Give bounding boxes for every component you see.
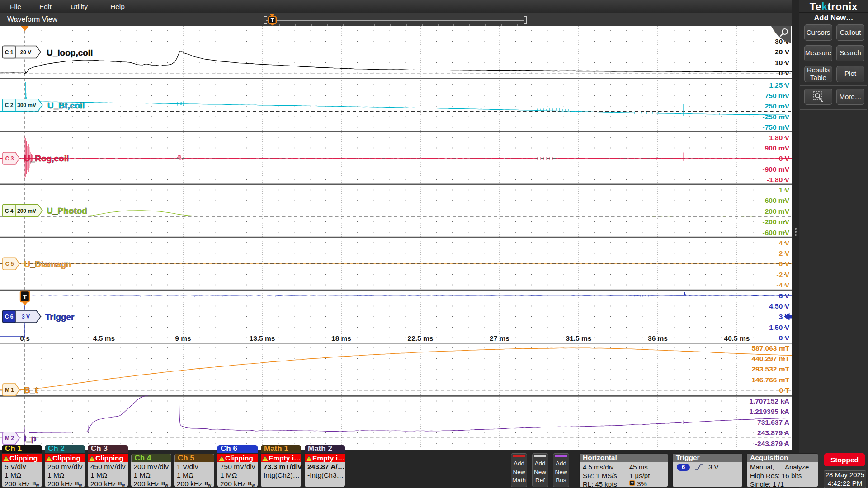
svg-text:587.063 mT: 587.063 mT	[751, 344, 789, 352]
svg-text:C 1: C 1	[5, 49, 14, 56]
svg-text:40.5 ms: 40.5 ms	[724, 334, 750, 342]
svg-text:-900 mV: -900 mV	[763, 165, 790, 173]
svg-text:27 ms: 27 ms	[490, 334, 509, 342]
svg-text:3 V: 3 V	[22, 314, 30, 320]
svg-text:250 mV: 250 mV	[765, 102, 790, 110]
svg-text:C 6: C 6	[5, 314, 14, 320]
svg-text:-1.80 V: -1.80 V	[767, 176, 790, 183]
svg-text:T: T	[23, 293, 27, 300]
svg-text:20 V: 20 V	[775, 48, 790, 56]
svg-text:0 V: 0 V	[779, 260, 790, 267]
svg-text:13.5 ms: 13.5 ms	[250, 334, 275, 342]
svg-text:600 mV: 600 mV	[765, 197, 790, 204]
svg-text:-243.879 A: -243.879 A	[755, 440, 789, 447]
svg-text:0 V: 0 V	[779, 334, 790, 342]
svg-text:-250 mV: -250 mV	[763, 113, 790, 121]
svg-text:31.5 ms: 31.5 ms	[566, 334, 592, 342]
svg-text:T: T	[271, 17, 274, 23]
svg-text:6 V: 6 V	[779, 292, 790, 300]
svg-text:M 2: M 2	[5, 435, 14, 441]
svg-text:440.297 mT: 440.297 mT	[751, 355, 789, 362]
svg-text:U_Photod: U_Photod	[47, 206, 87, 216]
svg-text:1.80 V: 1.80 V	[769, 134, 789, 141]
svg-text:C 5: C 5	[5, 261, 14, 267]
svg-text:1.219395 kA: 1.219395 kA	[749, 408, 789, 415]
svg-text:4.50 V: 4.50 V	[769, 302, 789, 310]
svg-text:1.50 V: 1.50 V	[769, 324, 789, 331]
svg-text:300 mV: 300 mV	[17, 102, 36, 108]
svg-text:243.879 A: 243.879 A	[757, 429, 789, 436]
svg-text:4 V: 4 V	[779, 239, 790, 247]
svg-text:-200 mV: -200 mV	[763, 218, 790, 225]
svg-text:U_Diamagn: U_Diamagn	[24, 259, 71, 269]
svg-text:36 ms: 36 ms	[648, 334, 668, 342]
svg-text:I_p: I_p	[24, 434, 36, 443]
svg-text:4.5 ms: 4.5 ms	[93, 334, 115, 342]
svg-text:293.532 mT: 293.532 mT	[751, 365, 789, 373]
svg-text:-2 V: -2 V	[777, 271, 790, 278]
svg-text:146.766 mT: 146.766 mT	[751, 376, 789, 384]
svg-text:C 3: C 3	[5, 155, 14, 162]
svg-text:750 mV: 750 mV	[765, 92, 790, 99]
svg-text:200 mV: 200 mV	[17, 208, 36, 214]
svg-text:-4 V: -4 V	[777, 281, 790, 289]
svg-text:U_Rog,coil: U_Rog,coil	[24, 154, 69, 163]
svg-text:0 T: 0 T	[779, 386, 790, 394]
svg-text:20 V: 20 V	[20, 49, 32, 56]
svg-text:Trigger: Trigger	[45, 312, 75, 322]
svg-text:C 4: C 4	[5, 208, 14, 214]
svg-text:B_t: B_t	[24, 385, 38, 395]
svg-text:1 V: 1 V	[779, 186, 790, 194]
svg-text:10 V: 10 V	[775, 59, 790, 66]
svg-text:0 s: 0 s	[20, 334, 30, 342]
svg-text:900 mV: 900 mV	[765, 144, 790, 152]
svg-text:1.707152 kA: 1.707152 kA	[749, 397, 789, 405]
svg-text:200 mV: 200 mV	[765, 207, 790, 215]
svg-text:U_Bt,coil: U_Bt,coil	[47, 101, 85, 110]
svg-text:1.25 V: 1.25 V	[769, 81, 789, 89]
svg-text:-750 mV: -750 mV	[763, 123, 790, 131]
svg-text:U_loop,coil: U_loop,coil	[47, 48, 93, 57]
svg-text:731.637 A: 731.637 A	[757, 418, 789, 426]
svg-text:-600 mV: -600 mV	[763, 229, 790, 236]
svg-text:0 V: 0 V	[779, 155, 790, 162]
svg-text:M 1: M 1	[5, 387, 14, 393]
svg-text:9 ms: 9 ms	[175, 334, 191, 342]
svg-text:0 V: 0 V	[779, 69, 790, 77]
svg-text:22.5 ms: 22.5 ms	[408, 334, 434, 342]
svg-text:C 2: C 2	[5, 102, 14, 108]
svg-text:18 ms: 18 ms	[331, 334, 351, 342]
svg-text:2 V: 2 V	[779, 249, 790, 257]
